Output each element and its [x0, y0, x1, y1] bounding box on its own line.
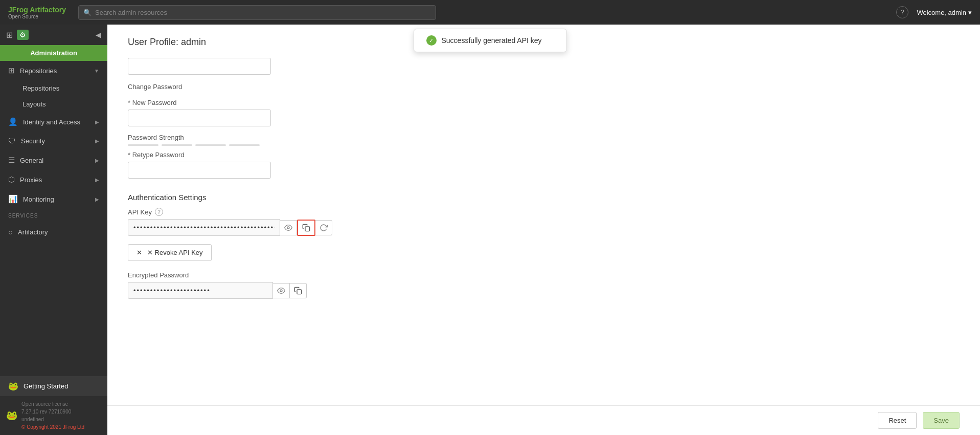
api-key-input-row [128, 219, 332, 236]
help-button[interactable]: ? [896, 6, 908, 18]
top-navigation: JFrog Artifactory Open Source 🔍 ? Welcom… [0, 0, 980, 25]
grid-icon[interactable]: ⊞ [6, 30, 13, 40]
sidebar-item-security-label: Security [21, 137, 45, 145]
api-key-help-icon[interactable]: ? [155, 208, 163, 216]
sidebar-item-monitoring[interactable]: 📊 Monitoring ▶ [0, 189, 107, 209]
encrypted-copy-button[interactable] [290, 283, 307, 298]
artifactory-icon: ○ [8, 228, 13, 236]
general-icon: ☰ [8, 156, 15, 165]
sidebar-item-repositories-label: Repositories [20, 67, 57, 75]
admin-section-label: Administration [0, 45, 107, 61]
api-key-label-row: API Key ? [128, 208, 960, 216]
sidebar-item-monitoring-label: Monitoring [23, 195, 54, 203]
sidebar: ⊞ ⚙ ◀ Administration ⊞ Repositories ▼ Re… [0, 25, 107, 435]
app-logo: JFrog Artifactory Open Source [8, 6, 66, 19]
success-toast: ✓ Successfully generated API key [414, 29, 567, 52]
password-strength-label: Password Strength [128, 134, 960, 141]
search-icon: 🔍 [83, 9, 92, 16]
getting-started-icon: 🐸 [8, 381, 18, 391]
main-layout: ⊞ ⚙ ◀ Administration ⊞ Repositories ▼ Re… [0, 25, 980, 435]
content-area: User Profile: admin Change Password * Ne… [107, 25, 980, 435]
search-input[interactable] [78, 5, 436, 20]
getting-started-button[interactable]: 🐸 Getting Started [0, 376, 107, 396]
footer-text: Open source license 7.27.10 rev 72710900… [21, 400, 84, 431]
strength-bar-4 [229, 144, 260, 146]
encrypted-show-button[interactable] [273, 283, 290, 298]
settings-icon[interactable]: ⚙ [17, 30, 29, 40]
proxies-arrow-icon: ▶ [95, 177, 99, 183]
app-subtitle: Open Source [8, 14, 66, 19]
sidebar-item-artifactory-label: Artifactory [18, 228, 48, 236]
new-password-input[interactable] [128, 110, 271, 126]
change-password-section-label: Change Password [128, 83, 960, 91]
footer-actions: Reset Save [107, 405, 980, 435]
retype-password-label: * Retype Password [128, 151, 960, 159]
app-name: JFrog Artifactory [8, 6, 66, 14]
jfrog-logo-icon: 🐸 [6, 409, 17, 423]
sidebar-item-security[interactable]: 🛡 Security ▶ [0, 132, 107, 150]
sidebar-footer: 🐸 Open source license 7.27.10 rev 727109… [0, 396, 107, 435]
svg-point-2 [280, 290, 282, 292]
reset-button[interactable]: Reset [878, 412, 917, 429]
retype-password-input[interactable] [128, 162, 271, 179]
sidebar-item-artifactory[interactable]: ○ Artifactory [0, 223, 107, 242]
sidebar-section-main: ⊞ Repositories ▼ Repositories Layouts 👤 … [0, 61, 107, 209]
sidebar-item-identity[interactable]: 👤 Identity and Access ▶ [0, 112, 107, 132]
svg-point-0 [287, 227, 289, 229]
services-label: SERVICES [0, 209, 107, 223]
search-container: 🔍 [78, 5, 436, 20]
new-password-label: * New Password [128, 99, 960, 106]
sidebar-icons-row: ⊞ ⚙ ◀ [0, 25, 107, 45]
strength-bar-1 [128, 144, 158, 146]
sidebar-item-general[interactable]: ☰ General ▶ [0, 150, 107, 170]
toast-message: Successfully generated API key [442, 36, 542, 45]
revoke-x-icon: ✕ [136, 249, 142, 256]
auth-settings-title: Authentication Settings [128, 193, 960, 202]
user-menu[interactable]: Welcome, admin ▾ [917, 9, 972, 16]
sidebar-collapse-icon[interactable]: ◀ [96, 31, 101, 39]
repositories-icon: ⊞ [8, 66, 15, 75]
proxies-icon: ⬡ [8, 175, 15, 184]
sidebar-item-proxies[interactable]: ⬡ Proxies ▶ [0, 170, 107, 189]
encrypted-password-row [128, 282, 307, 299]
revoke-button-label: ✕ Revoke API Key [147, 249, 203, 256]
strength-bar-3 [195, 144, 226, 146]
general-arrow-icon: ▶ [95, 158, 99, 163]
sidebar-item-repositories[interactable]: ⊞ Repositories ▼ [0, 61, 107, 80]
api-key-input[interactable] [128, 219, 280, 236]
sidebar-item-identity-label: Identity and Access [23, 118, 80, 126]
toast-check-icon: ✓ [426, 35, 437, 46]
encrypted-password-input[interactable] [128, 282, 273, 299]
monitoring-arrow-icon: ▶ [95, 197, 99, 202]
sidebar-subitem-repositories[interactable]: Repositories [0, 80, 107, 96]
password-strength-bars [128, 144, 960, 146]
repositories-arrow-icon: ▼ [94, 68, 99, 74]
api-key-show-button[interactable] [280, 220, 297, 235]
topnav-right: ? Welcome, admin ▾ [896, 6, 972, 18]
sidebar-item-proxies-label: Proxies [20, 176, 42, 184]
encrypted-password-label: Encrypted Password [128, 271, 960, 279]
api-key-refresh-button[interactable] [315, 220, 332, 235]
revoke-api-key-button[interactable]: ✕ ✕ Revoke API Key [128, 244, 212, 261]
security-arrow-icon: ▶ [95, 138, 99, 144]
svg-rect-3 [297, 290, 302, 294]
security-icon: 🛡 [8, 137, 16, 145]
footer-logo-row: 🐸 Open source license 7.27.10 rev 727109… [6, 400, 101, 431]
monitoring-icon: 📊 [8, 194, 18, 204]
svg-rect-1 [305, 227, 310, 231]
top-hidden-input[interactable] [128, 58, 271, 75]
getting-started-label: Getting Started [24, 382, 68, 390]
api-key-copy-button[interactable] [297, 220, 315, 236]
save-button[interactable]: Save [923, 412, 960, 429]
sidebar-item-general-label: General [20, 157, 43, 164]
identity-icon: 👤 [8, 117, 18, 126]
identity-arrow-icon: ▶ [95, 119, 99, 125]
sidebar-subitem-layouts[interactable]: Layouts [0, 96, 107, 112]
strength-bar-2 [162, 144, 192, 146]
